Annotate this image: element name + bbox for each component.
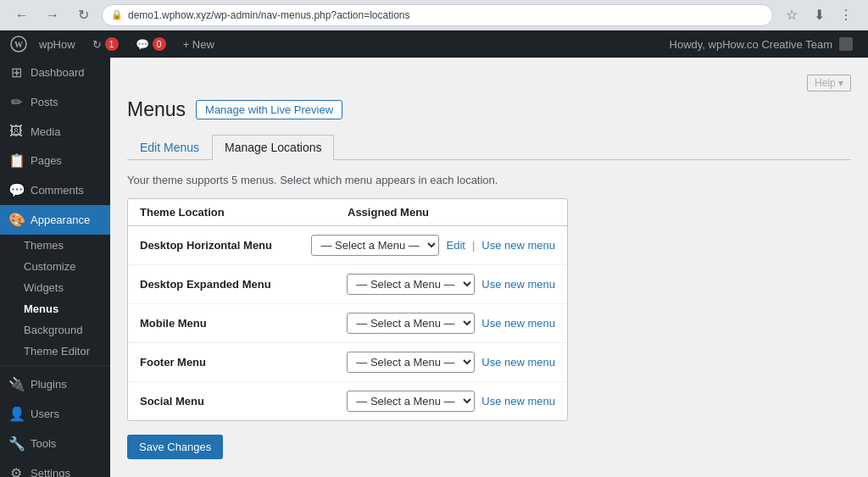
sidebar-submenu-customize[interactable]: Customize <box>0 256 110 277</box>
menu-select-footer[interactable]: — Select a Menu — <box>347 352 475 373</box>
users-icon: 👤 <box>8 406 24 422</box>
updates-item[interactable]: ↻ 1 <box>84 31 127 58</box>
sidebar-item-settings[interactable]: ⚙ Settings <box>0 458 110 477</box>
sidebar-submenu-theme-editor[interactable]: Theme Editor <box>0 341 110 362</box>
address-bar[interactable]: 🔒 demo1.wphow.xyz/wp-admin/nav-menus.php… <box>102 4 773 26</box>
page-title: Menus <box>127 98 186 121</box>
sidebar-item-dashboard[interactable]: ⊞ Dashboard <box>0 58 110 87</box>
background-label: Background <box>24 324 82 336</box>
sidebar-submenu-themes[interactable]: Themes <box>0 235 110 256</box>
howdy-text: Howdy, wpHow.co Creative Team <box>670 38 832 51</box>
column-assigned-menu: Assigned Menu <box>348 206 555 219</box>
sidebar-item-pages[interactable]: 📋 Pages <box>0 146 110 175</box>
sidebar-item-appearance[interactable]: 🎨 Appearance <box>0 205 110 235</box>
comments-label: Comments <box>31 184 84 197</box>
use-new-link-footer[interactable]: Use new menu <box>481 356 555 369</box>
reload-button[interactable]: ↻ <box>71 3 95 27</box>
settings-icon: ⚙ <box>8 465 24 477</box>
browser-menu-button[interactable]: ⋮ <box>834 3 858 27</box>
howdy-item[interactable]: Howdy, wpHow.co Creative Team <box>661 37 861 51</box>
tools-label: Tools <box>31 437 56 450</box>
download-button[interactable]: ⬇ <box>807 3 831 27</box>
use-new-link-desktop-horizontal[interactable]: Use new menu <box>481 239 555 252</box>
table-row: Desktop Expanded Menu — Select a Menu — … <box>128 265 567 304</box>
forward-button[interactable]: → <box>41 3 64 27</box>
wp-logo[interactable]: W <box>7 31 31 58</box>
sidebar-submenu-menus[interactable]: Menus <box>0 298 110 319</box>
help-button[interactable]: Help ▾ <box>807 75 851 92</box>
comment-icon: 💬 <box>136 38 149 51</box>
sidebar-submenu-widgets[interactable]: Widgets <box>0 277 110 298</box>
location-controls-desktop-expanded: — Select a Menu — Use new menu <box>347 274 555 295</box>
sidebar-divider <box>0 365 110 366</box>
tab-edit-menus[interactable]: Edit Menus <box>127 135 212 159</box>
wp-admin-bar: W wpHow ↻ 1 💬 0 + New Howdy, wpHow.co Cr… <box>0 31 868 58</box>
sidebar-item-tools[interactable]: 🔧 Tools <box>0 429 110 458</box>
site-name-text: wpHow <box>39 38 75 51</box>
table-header: Theme Location Assigned Menu <box>128 199 567 226</box>
help-area: Help ▾ <box>127 75 851 92</box>
dashboard-icon: ⊞ <box>8 64 24 80</box>
bookmark-button[interactable]: ☆ <box>780 3 804 27</box>
themes-label: Themes <box>24 239 64 252</box>
use-new-link-mobile[interactable]: Use new menu <box>481 317 555 330</box>
browser-action-buttons: ☆ ⬇ ⋮ <box>780 3 858 27</box>
location-name-social: Social Menu <box>140 395 338 408</box>
plugins-label: Plugins <box>31 378 67 391</box>
site-name-item[interactable]: wpHow <box>31 31 84 58</box>
location-name-footer: Footer Menu <box>140 356 338 369</box>
separator: | <box>472 239 475 252</box>
column-theme-location: Theme Location <box>140 206 348 219</box>
location-name-desktop-horizontal: Desktop Horizontal Menu <box>140 239 303 252</box>
table-row: Desktop Horizontal Menu — Select a Menu … <box>128 226 567 265</box>
menus-description: Your theme supports 5 menus. Select whic… <box>127 174 851 186</box>
use-new-link-social[interactable]: Use new menu <box>481 395 555 408</box>
posts-label: Posts <box>31 96 58 108</box>
svg-text:W: W <box>14 40 23 49</box>
comment-badge: 0 <box>153 37 166 51</box>
sidebar-item-users[interactable]: 👤 Users <box>0 399 110 429</box>
edit-link-desktop-horizontal[interactable]: Edit <box>446 239 465 252</box>
pages-icon: 📋 <box>8 153 24 169</box>
back-button[interactable]: ← <box>10 3 34 27</box>
users-label: Users <box>31 408 59 420</box>
menus-label: Menus <box>24 302 58 315</box>
sidebar: ⊞ Dashboard ✏ Posts 🖼 Media 📋 Pages 💬 Co… <box>0 58 110 477</box>
new-content-item[interactable]: + New <box>175 31 223 58</box>
sidebar-item-media[interactable]: 🖼 Media <box>0 117 110 146</box>
location-name-desktop-expanded: Desktop Expanded Menu <box>140 278 338 291</box>
main-content: Help ▾ Menus Manage with Live Preview Ed… <box>110 58 868 477</box>
url-text: demo1.wphow.xyz/wp-admin/nav-menus.php?a… <box>128 9 410 21</box>
table-row: Social Menu — Select a Menu — Use new me… <box>128 382 567 420</box>
locations-table: Theme Location Assigned Menu Desktop Hor… <box>127 198 568 421</box>
menu-select-social[interactable]: — Select a Menu — <box>347 391 475 412</box>
update-badge: 1 <box>105 37 119 51</box>
menus-tabs: Edit Menus Manage Locations <box>127 135 851 160</box>
save-changes-button[interactable]: Save Changes <box>127 435 223 459</box>
tools-icon: 🔧 <box>8 435 24 452</box>
avatar <box>839 37 853 51</box>
plugins-icon: 🔌 <box>8 376 24 392</box>
comments-item[interactable]: 💬 0 <box>127 31 175 58</box>
location-controls-footer: — Select a Menu — Use new menu <box>347 352 555 373</box>
theme-editor-label: Theme Editor <box>24 345 90 358</box>
sidebar-submenu-background[interactable]: Background <box>0 319 110 341</box>
sidebar-item-posts[interactable]: ✏ Posts <box>0 87 110 117</box>
sidebar-item-comments[interactable]: 💬 Comments <box>0 175 110 205</box>
appearance-label: Appearance <box>31 214 90 226</box>
menu-select-mobile[interactable]: — Select a Menu — <box>347 313 475 334</box>
menu-select-desktop-expanded[interactable]: — Select a Menu — <box>347 274 475 295</box>
tab-manage-locations[interactable]: Manage Locations <box>212 135 334 160</box>
menu-select-desktop-horizontal[interactable]: — Select a Menu — <box>311 235 439 256</box>
menus-content: Your theme supports 5 menus. Select whic… <box>127 174 851 459</box>
wp-logo-icon: W <box>10 36 27 53</box>
live-preview-button[interactable]: Manage with Live Preview <box>196 100 342 119</box>
location-controls-mobile: — Select a Menu — Use new menu <box>347 313 555 334</box>
use-new-link-desktop-expanded[interactable]: Use new menu <box>481 278 555 291</box>
dashboard-label: Dashboard <box>31 66 85 79</box>
pages-label: Pages <box>31 154 62 167</box>
widgets-label: Widgets <box>24 281 64 294</box>
sidebar-item-plugins[interactable]: 🔌 Plugins <box>0 369 110 399</box>
page-header: Menus Manage with Live Preview <box>127 98 851 121</box>
table-row: Footer Menu — Select a Menu — Use new me… <box>128 343 567 382</box>
